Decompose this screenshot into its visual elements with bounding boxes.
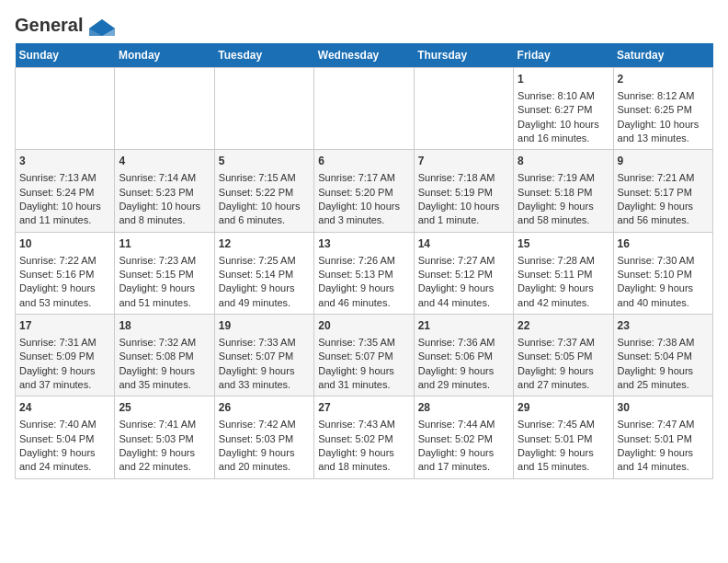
sunrise-text: Sunrise: 7:33 AM <box>219 337 296 348</box>
calendar-body: 1Sunrise: 8:10 AMSunset: 6:27 PMDaylight… <box>16 68 713 479</box>
sunrise-text: Sunrise: 7:42 AM <box>219 419 296 430</box>
sunset-text: Sunset: 5:24 PM <box>19 187 94 198</box>
day-cell: 28Sunrise: 7:44 AMSunset: 5:02 PMDayligh… <box>414 396 513 478</box>
sunset-text: Sunset: 5:02 PM <box>418 433 493 444</box>
day-header-monday: Monday <box>115 43 214 68</box>
day-number: 4 <box>119 154 210 169</box>
svg-marker-1 <box>102 19 115 36</box>
daylight-text: Daylight: 9 hours and 46 minutes. <box>318 282 394 307</box>
sunset-text: Sunset: 5:14 PM <box>219 269 293 280</box>
daylight-text: Daylight: 10 hours and 6 minutes. <box>219 201 301 225</box>
sunrise-text: Sunrise: 7:40 AM <box>19 419 97 430</box>
sunset-text: Sunset: 5:01 PM <box>618 433 692 444</box>
svg-marker-2 <box>89 19 102 36</box>
day-cell: 2Sunrise: 8:12 AMSunset: 6:25 PMDaylight… <box>613 68 712 150</box>
sunset-text: Sunset: 5:01 PM <box>518 433 592 444</box>
sunset-text: Sunset: 5:20 PM <box>318 187 392 198</box>
sunrise-text: Sunrise: 7:36 AM <box>418 337 495 348</box>
day-cell: 18Sunrise: 7:32 AMSunset: 5:08 PMDayligh… <box>115 315 214 396</box>
logo: General <box>15 15 115 32</box>
day-number: 3 <box>19 154 110 169</box>
daylight-text: Daylight: 9 hours and 37 minutes. <box>19 365 96 390</box>
sunset-text: Sunset: 5:19 PM <box>418 187 493 198</box>
sunset-text: Sunset: 5:15 PM <box>119 269 193 280</box>
day-cell: 25Sunrise: 7:41 AMSunset: 5:03 PMDayligh… <box>115 396 214 478</box>
sunrise-text: Sunrise: 7:15 AM <box>219 172 296 183</box>
sunrise-text: Sunrise: 7:45 AM <box>518 419 595 430</box>
daylight-text: Daylight: 9 hours and 49 minutes. <box>219 282 295 307</box>
day-cell: 24Sunrise: 7:40 AMSunset: 5:04 PMDayligh… <box>16 396 115 478</box>
sunrise-text: Sunrise: 8:10 AM <box>518 90 595 101</box>
day-number: 11 <box>119 236 210 252</box>
day-number: 24 <box>19 400 110 416</box>
daylight-text: Daylight: 9 hours and 24 minutes. <box>19 447 96 472</box>
page-header: General <box>15 15 713 32</box>
day-header-saturday: Saturday <box>613 43 712 68</box>
day-number: 27 <box>318 400 409 416</box>
sunset-text: Sunset: 5:09 PM <box>19 350 94 362</box>
day-header-friday: Friday <box>514 43 613 68</box>
sunset-text: Sunset: 5:16 PM <box>19 269 94 280</box>
sunrise-text: Sunrise: 7:30 AM <box>618 255 695 266</box>
day-cell: 10Sunrise: 7:22 AMSunset: 5:16 PMDayligh… <box>16 232 115 314</box>
day-cell: 23Sunrise: 7:38 AMSunset: 5:04 PMDayligh… <box>613 315 712 396</box>
day-cell: 21Sunrise: 7:36 AMSunset: 5:06 PMDayligh… <box>414 315 513 396</box>
header-row: SundayMondayTuesdayWednesdayThursdayFrid… <box>16 43 713 68</box>
day-header-sunday: Sunday <box>16 43 115 68</box>
sunrise-text: Sunrise: 7:21 AM <box>618 172 695 183</box>
calendar-header: SundayMondayTuesdayWednesdayThursdayFrid… <box>16 43 713 68</box>
sunrise-text: Sunrise: 7:32 AM <box>119 337 196 348</box>
daylight-text: Daylight: 9 hours and 15 minutes. <box>518 447 594 472</box>
daylight-text: Daylight: 10 hours and 3 minutes. <box>318 201 400 225</box>
day-cell: 8Sunrise: 7:19 AMSunset: 5:18 PMDaylight… <box>514 150 613 232</box>
sunset-text: Sunset: 6:27 PM <box>518 104 592 115</box>
day-number: 21 <box>418 318 509 334</box>
daylight-text: Daylight: 9 hours and 35 minutes. <box>119 365 195 390</box>
sunrise-text: Sunrise: 7:28 AM <box>518 255 595 266</box>
sunrise-text: Sunrise: 7:23 AM <box>119 255 196 266</box>
sunset-text: Sunset: 5:04 PM <box>618 350 692 362</box>
daylight-text: Daylight: 9 hours and 53 minutes. <box>19 282 96 307</box>
logo-icon <box>89 19 115 36</box>
sunrise-text: Sunrise: 7:19 AM <box>518 172 595 183</box>
sunrise-text: Sunrise: 7:13 AM <box>19 172 97 183</box>
day-cell: 6Sunrise: 7:17 AMSunset: 5:20 PMDaylight… <box>314 150 414 232</box>
daylight-text: Daylight: 9 hours and 56 minutes. <box>618 201 694 225</box>
day-number: 23 <box>618 318 709 334</box>
sunset-text: Sunset: 5:17 PM <box>618 187 692 198</box>
sunset-text: Sunset: 5:23 PM <box>119 187 193 198</box>
sunset-text: Sunset: 5:10 PM <box>618 269 692 280</box>
day-cell: 20Sunrise: 7:35 AMSunset: 5:07 PMDayligh… <box>314 315 414 396</box>
day-cell: 3Sunrise: 7:13 AMSunset: 5:24 PMDaylight… <box>16 150 115 232</box>
sunset-text: Sunset: 6:25 PM <box>618 104 692 115</box>
day-cell: 29Sunrise: 7:45 AMSunset: 5:01 PMDayligh… <box>514 396 613 478</box>
daylight-text: Daylight: 9 hours and 31 minutes. <box>318 365 394 390</box>
day-cell: 9Sunrise: 7:21 AMSunset: 5:17 PMDaylight… <box>613 150 712 232</box>
calendar-table: SundayMondayTuesdayWednesdayThursdayFrid… <box>15 43 713 479</box>
daylight-text: Daylight: 9 hours and 33 minutes. <box>219 365 295 390</box>
daylight-text: Daylight: 10 hours and 13 minutes. <box>618 119 700 144</box>
day-number: 30 <box>618 400 709 416</box>
day-cell: 17Sunrise: 7:31 AMSunset: 5:09 PMDayligh… <box>16 315 115 396</box>
sunset-text: Sunset: 5:11 PM <box>518 269 592 280</box>
day-number: 6 <box>318 154 409 169</box>
sunset-text: Sunset: 5:22 PM <box>219 187 293 198</box>
sunrise-text: Sunrise: 7:38 AM <box>618 337 695 348</box>
day-cell: 30Sunrise: 7:47 AMSunset: 5:01 PMDayligh… <box>613 396 712 478</box>
sunrise-text: Sunrise: 7:37 AM <box>518 337 595 348</box>
day-cell: 19Sunrise: 7:33 AMSunset: 5:07 PMDayligh… <box>214 315 313 396</box>
sunrise-text: Sunrise: 7:35 AM <box>318 337 395 348</box>
day-cell: 7Sunrise: 7:18 AMSunset: 5:19 PMDaylight… <box>414 150 513 232</box>
day-cell <box>16 68 115 150</box>
sunrise-text: Sunrise: 7:22 AM <box>19 255 97 266</box>
day-cell: 11Sunrise: 7:23 AMSunset: 5:15 PMDayligh… <box>115 232 214 314</box>
sunset-text: Sunset: 5:13 PM <box>318 269 392 280</box>
daylight-text: Daylight: 9 hours and 14 minutes. <box>618 447 694 472</box>
sunrise-text: Sunrise: 7:43 AM <box>318 419 395 430</box>
day-number: 20 <box>318 318 409 334</box>
sunrise-text: Sunrise: 7:27 AM <box>418 255 495 266</box>
day-number: 28 <box>418 400 509 416</box>
day-cell: 13Sunrise: 7:26 AMSunset: 5:13 PMDayligh… <box>314 232 414 314</box>
day-number: 13 <box>318 236 409 252</box>
day-number: 22 <box>518 318 609 334</box>
